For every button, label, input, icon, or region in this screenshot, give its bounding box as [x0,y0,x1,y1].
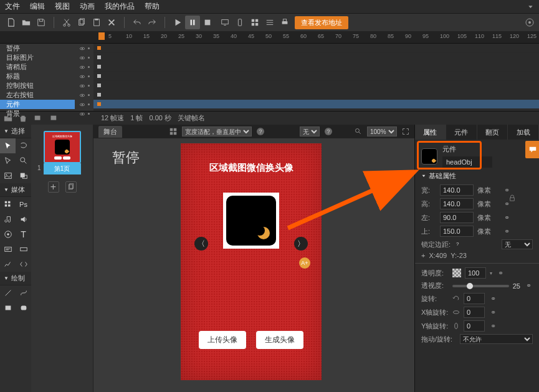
link-icon[interactable]: ⚭ [502,227,511,236]
new-file-button[interactable] [4,16,19,29]
eye-icon[interactable] [79,83,85,89]
layer-row[interactable]: 左右按钮 [0,90,75,100]
pointer-tool[interactable] [0,138,16,153]
menu-anim[interactable]: 动画 [80,1,95,12]
target-icon[interactable] [524,17,535,28]
stack2-icon[interactable] [49,114,57,123]
eye-icon[interactable] [79,64,85,70]
menu-help[interactable]: 帮助 [145,1,160,12]
video-tool[interactable] [0,227,16,242]
page-thumbnail[interactable]: 区域截图微信头像 [44,131,81,163]
eye-icon[interactable] [79,74,85,80]
menu-view[interactable]: 视图 [55,1,70,12]
screen-button[interactable] [217,16,232,29]
link-icon[interactable]: ⚭ [489,295,497,303]
textbox-tool[interactable] [0,242,16,257]
next-arrow[interactable]: 〉 [294,237,308,251]
dup-page-button[interactable] [65,181,77,193]
tab-pages[interactable]: 翻页 [477,125,508,140]
lock-icon[interactable] [509,194,515,202]
a-plus-badge[interactable]: A+ [299,257,310,269]
playhead[interactable] [98,32,105,40]
eye-icon[interactable] [79,111,85,117]
roundrect-tool[interactable] [16,300,31,315]
stage-tab[interactable]: 舞台 [98,126,122,138]
add-page-button[interactable]: + [48,181,59,193]
preview-button[interactable]: 查看发布地址 [295,16,348,29]
code-tool[interactable] [16,257,31,272]
stack-icon[interactable] [34,114,42,123]
rect-tool[interactable] [0,300,16,315]
link-icon[interactable]: ⚭ [489,308,497,317]
perspective-slider[interactable] [452,285,509,287]
folder-icon[interactable] [4,114,12,123]
rotate-input[interactable] [464,293,485,304]
grid-tool[interactable] [0,197,16,212]
grid-icon[interactable] [169,128,177,135]
print-button[interactable] [277,16,292,29]
layer-row[interactable]: 请稍后 [0,62,75,72]
zoom-tool[interactable] [16,153,31,168]
expand-icon[interactable] [402,128,409,135]
line-tool[interactable] [0,285,16,300]
sound-tool[interactable] [16,212,31,227]
lock-select[interactable]: 无 [502,239,533,249]
save-button[interactable] [34,16,49,29]
menu-works[interactable]: 我的作品 [105,1,135,12]
link-icon[interactable]: ⚭ [489,322,497,330]
tab-properties[interactable]: 属性 [415,125,446,140]
input-tool[interactable] [16,242,31,257]
delete-button[interactable] [104,16,119,29]
opacity-input[interactable] [465,267,486,279]
grid-button[interactable] [247,16,262,29]
cut-button[interactable] [59,16,74,29]
mask-tool[interactable] [16,168,31,183]
prev-arrow[interactable]: 〈 [194,237,208,251]
copy-button[interactable] [74,16,89,29]
rotx-icon[interactable] [452,308,460,316]
menu-edit[interactable]: 编辑 [30,1,45,12]
layer-row[interactable]: 暂停 [0,44,75,53]
fit-select[interactable]: 宽度适配，垂直居中 [182,127,252,136]
element-name-input[interactable] [442,156,492,168]
zoom-select[interactable]: 100% [367,127,397,136]
eye-icon[interactable] [79,45,85,52]
chart-tool[interactable] [0,257,16,272]
feedback-button[interactable] [525,141,539,158]
link-icon[interactable]: ⚭ [502,186,511,194]
layer-row[interactable]: 目标图片 [0,53,75,62]
top-input[interactable] [440,226,474,237]
paste-button[interactable] [89,16,104,29]
info-icon[interactable]: ? [325,128,332,135]
undo-button[interactable] [130,16,145,29]
open-button[interactable] [19,16,34,29]
layer-row[interactable]: 控制按钮 [0,81,75,90]
link-icon[interactable]: ⚭ [502,214,511,222]
layer-row[interactable]: 标题 [0,72,75,81]
lasso-tool[interactable] [16,138,31,153]
menu-file[interactable]: 文件 [5,1,20,12]
link-icon[interactable]: ⚭ [496,269,505,277]
roty-icon[interactable] [452,322,460,330]
redo-button[interactable] [145,16,160,29]
tab-component[interactable]: 元件 [446,125,477,140]
layer-row-selected[interactable]: 元件 [0,100,75,109]
phone-button[interactable] [232,16,247,29]
panel-collapse-icon[interactable]: ▼ [527,4,534,9]
left-input[interactable] [440,212,474,223]
stop-button[interactable] [200,16,215,29]
list-button[interactable] [262,16,277,29]
ps-tool[interactable]: Ps [16,197,31,212]
image-tool[interactable] [0,168,16,183]
play-button[interactable] [170,16,185,29]
avatar-frame[interactable] [223,193,279,249]
trash-icon[interactable] [19,114,27,123]
eye-icon[interactable] [79,102,85,108]
width-input[interactable] [440,184,474,196]
none-select[interactable]: 无 [300,127,320,136]
pause-button[interactable] [185,16,200,29]
info-icon[interactable]: ? [257,128,264,135]
timeline-scale[interactable]: 5 10 15 20 25 30 35 40 45 50 55 60 65 70… [93,31,539,43]
drag-select[interactable]: 不允许 [460,334,533,344]
height-input[interactable] [440,198,474,209]
